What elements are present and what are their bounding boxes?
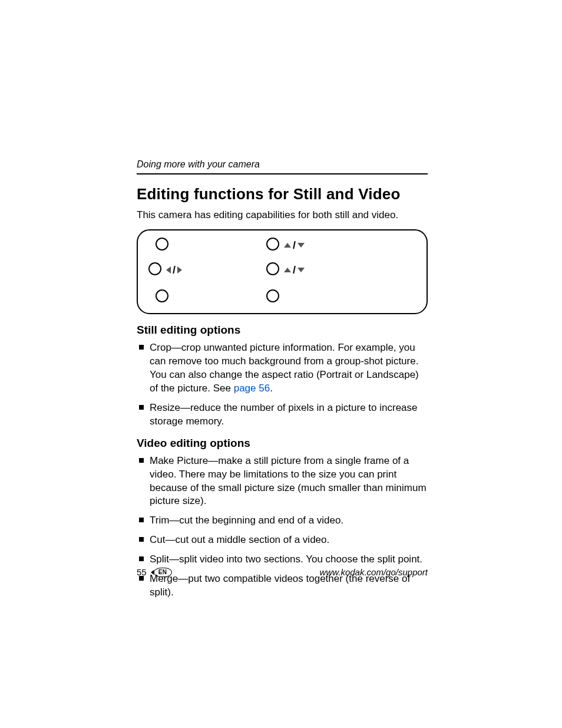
list-text: . bbox=[270, 383, 273, 394]
still-options-list: Crop—crop unwanted picture information. … bbox=[137, 341, 428, 429]
list-item: Split—split video into two sections. You… bbox=[137, 553, 428, 566]
step-circle-icon bbox=[266, 289, 279, 302]
list-text: Crop—crop unwanted picture information. … bbox=[150, 342, 419, 394]
list-item: Trim—cut the beginning and end of a vide… bbox=[137, 514, 428, 528]
list-text: Make Picture—make a still picture from a… bbox=[150, 455, 427, 507]
still-heading: Still editing options bbox=[137, 324, 428, 337]
video-heading: Video editing options bbox=[137, 437, 428, 450]
list-item: Crop—crop unwanted picture information. … bbox=[137, 341, 428, 396]
page-footer: 55 EN www.kodak.com/go/support bbox=[137, 567, 428, 577]
page-content: Doing more with your camera Editing func… bbox=[137, 159, 428, 605]
support-url[interactable]: www.kodak.com/go/support bbox=[320, 567, 428, 577]
up-down-arrows-icon: / bbox=[284, 240, 305, 251]
up-down-arrows-icon: / bbox=[284, 265, 305, 275]
step-circle-icon bbox=[266, 262, 279, 275]
page-title: Editing functions for Still and Video bbox=[137, 185, 428, 203]
video-options-list: Make Picture—make a still picture from a… bbox=[137, 454, 428, 599]
control-diagram: / / / bbox=[137, 229, 428, 314]
list-text: Resize—reduce the number of pixels in a … bbox=[150, 402, 418, 427]
list-text: Split—split video into two sections. You… bbox=[150, 554, 422, 565]
list-item: Make Picture—make a still picture from a… bbox=[137, 454, 428, 509]
intro-text: This camera has editing capabilities for… bbox=[137, 209, 428, 221]
list-text: Cut—cut out a middle section of a video. bbox=[150, 534, 329, 545]
list-item: Cut—cut out a middle section of a video. bbox=[137, 533, 428, 547]
list-text: Trim—cut the beginning and end of a vide… bbox=[150, 515, 343, 526]
step-circle-icon bbox=[156, 289, 168, 302]
language-badge: EN bbox=[154, 568, 172, 577]
step-circle-icon bbox=[156, 238, 168, 251]
left-right-arrows-icon: / bbox=[166, 265, 182, 275]
page-number: 55 bbox=[137, 567, 147, 577]
running-header: Doing more with your camera bbox=[137, 159, 428, 174]
step-circle-icon bbox=[148, 262, 161, 275]
list-item: Resize—reduce the number of pixels in a … bbox=[137, 401, 428, 429]
page-link[interactable]: page 56 bbox=[234, 383, 270, 394]
step-circle-icon bbox=[266, 238, 279, 251]
